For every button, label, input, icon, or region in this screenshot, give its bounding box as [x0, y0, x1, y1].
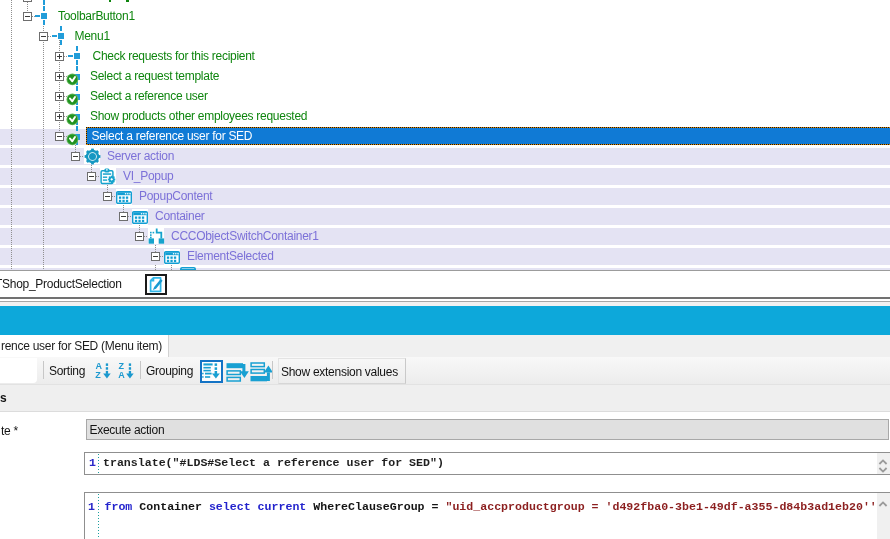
- svg-text:A: A: [118, 370, 125, 379]
- svg-text:Z: Z: [95, 370, 101, 379]
